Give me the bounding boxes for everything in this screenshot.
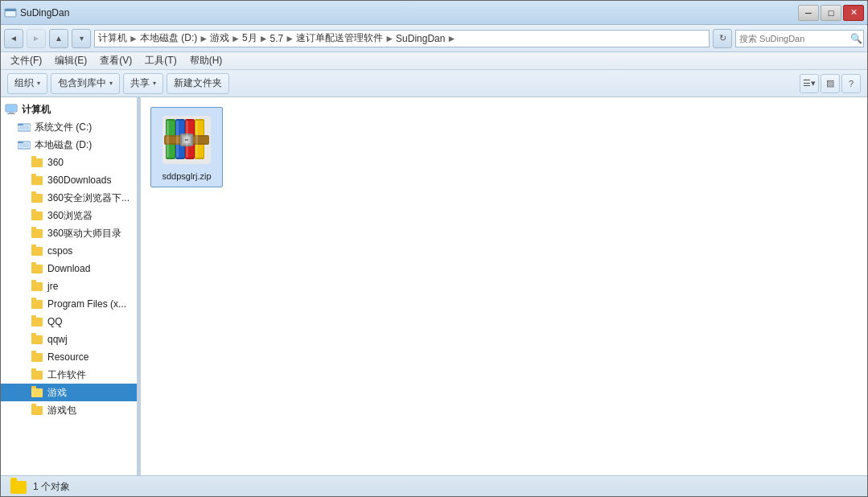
sidebar-item-computer[interactable]: 计算机 — [1, 101, 137, 118]
share-dropdown-icon: ▾ — [153, 80, 156, 87]
folder-qq-icon — [30, 314, 44, 329]
sidebar-item-worksoftware[interactable]: 工作软件 — [1, 366, 137, 384]
title-controls: ─ □ ✕ — [798, 5, 864, 21]
sidebar-item-360browser[interactable]: 360浏览器 — [1, 207, 137, 224]
address-bar: ◄ ► ▲ ▾ 计算机 ► 本地磁盘 (D:) ► 游戏 ► 5月 ► 5.7 … — [1, 25, 867, 52]
sidebar-item-jre[interactable]: jre — [1, 277, 137, 295]
title-bar-left: SuDingDan — [4, 6, 69, 19]
drive-d-label: 本地磁盘 (D:) — [35, 138, 92, 152]
search-box[interactable]: 🔍 — [735, 30, 864, 47]
help-button[interactable]: ? — [841, 74, 861, 93]
pane-toggle-button[interactable]: ▨ — [821, 74, 840, 93]
file-item-sddpsglrj[interactable]: sddpsglrj.zip — [150, 107, 223, 187]
sidebar-item-360downloads[interactable]: 360Downloads — [1, 171, 137, 189]
close-button[interactable]: ✕ — [843, 5, 864, 21]
status-count: 1 个对象 — [33, 480, 70, 494]
folder-360browser-label: 360浏览器 — [47, 209, 93, 223]
view-toggle-button[interactable]: ☰▾ — [800, 74, 819, 93]
address-breadcrumb[interactable]: 计算机 ► 本地磁盘 (D:) ► 游戏 ► 5月 ► 5.7 ► 速订单配送管… — [94, 30, 710, 47]
svg-rect-11 — [19, 143, 29, 147]
svg-rect-29 — [176, 121, 179, 158]
title-bar: SuDingDan ─ □ ✕ — [1, 1, 867, 25]
folder-download-label: Download — [47, 263, 90, 274]
svg-rect-6 — [7, 113, 15, 114]
organize-label: 组织 — [14, 76, 34, 90]
sidebar: 计算机 系统文件 (C:) — [1, 97, 138, 475]
sidebar-item-cspos[interactable]: cspos — [1, 242, 137, 260]
status-folder-icon — [10, 481, 27, 494]
include-dropdown-icon: ▾ — [109, 80, 113, 87]
folder-qqwj-icon — [30, 332, 44, 347]
toolbar: 组织 ▾ 包含到库中 ▾ 共享 ▾ 新建文件夹 ☰▾ ▨ ? — [1, 70, 867, 97]
svg-rect-1 — [6, 10, 15, 16]
sidebar-item-qqwj[interactable]: qqwj — [1, 331, 137, 348]
drive-c-icon — [17, 120, 31, 134]
sidebar-item-qq[interactable]: QQ — [1, 313, 137, 331]
breadcrumb-drive[interactable]: 本地磁盘 (D:) — [140, 31, 197, 45]
folder-programfiles-label: Program Files (x... — [47, 298, 126, 310]
sidebar-item-gamespack[interactable]: 游戏包 — [1, 401, 137, 419]
folder-gamespack-label: 游戏包 — [47, 404, 76, 417]
svg-rect-5 — [9, 112, 14, 113]
breadcrumb-games[interactable]: 游戏 — [210, 31, 229, 45]
share-button[interactable]: 共享 ▾ — [123, 73, 163, 94]
breadcrumb-computer[interactable]: 计算机 — [98, 31, 127, 45]
folder-360-icon — [30, 155, 44, 170]
recent-locations-button[interactable]: ▾ — [72, 29, 91, 48]
include-label: 包含到库中 — [58, 76, 106, 90]
up-button[interactable]: ▲ — [49, 29, 68, 48]
sidebar-item-programfiles[interactable]: Program Files (x... — [1, 295, 137, 313]
sidebar-item-drive-c[interactable]: 系统文件 (C:) — [1, 118, 137, 136]
sidebar-item-drive-d[interactable]: 本地磁盘 (D:) — [1, 136, 137, 154]
new-folder-button[interactable]: 新建文件夹 — [167, 73, 229, 94]
drive-c-label: 系统文件 (C:) — [35, 121, 92, 134]
computer-icon — [4, 102, 19, 117]
sidebar-item-games[interactable]: 游戏 — [1, 384, 137, 401]
folder-programfiles-icon — [30, 297, 44, 311]
forward-button[interactable]: ► — [27, 29, 46, 48]
folder-resource-icon — [30, 350, 44, 364]
menu-help[interactable]: 帮助(H) — [183, 52, 229, 69]
breadcrumb-date[interactable]: 5.7 — [270, 33, 284, 44]
back-button[interactable]: ◄ — [4, 29, 23, 48]
search-icon[interactable]: 🔍 — [850, 31, 862, 46]
window-icon — [4, 6, 17, 19]
menu-view[interactable]: 查看(V) — [93, 52, 138, 69]
include-library-button[interactable]: 包含到库中 ▾ — [51, 73, 120, 94]
winrar-icon — [159, 113, 214, 167]
minimize-button[interactable]: ─ — [798, 5, 819, 21]
folder-games-icon — [30, 385, 44, 400]
svg-rect-31 — [195, 121, 198, 158]
menu-tools[interactable]: 工具(T) — [138, 52, 183, 69]
sidebar-item-360browser-dl[interactable]: 360安全浏览器下... — [1, 189, 137, 207]
breadcrumb-current[interactable]: SuDingDan — [396, 33, 445, 44]
content-pane: sddpsglrj.zip — [141, 97, 867, 475]
breadcrumb-month[interactable]: 5月 — [242, 31, 257, 45]
refresh-button[interactable]: ↻ — [713, 29, 732, 48]
folder-worksoftware-icon — [30, 368, 44, 382]
folder-download-icon — [30, 261, 44, 276]
organize-button[interactable]: 组织 ▾ — [7, 73, 47, 94]
folder-360driver-label: 360驱动大师目录 — [47, 227, 121, 240]
svg-rect-2 — [5, 9, 16, 11]
status-bar: 1 个对象 — [1, 475, 867, 497]
organize-dropdown-icon: ▾ — [37, 80, 40, 87]
folder-cspos-label: cspos — [47, 245, 72, 257]
search-input[interactable] — [739, 34, 850, 43]
sidebar-item-360[interactable]: 360 — [1, 154, 137, 171]
folder-games-label: 游戏 — [47, 386, 67, 400]
menu-file[interactable]: 文件(F) — [4, 52, 48, 69]
menu-edit[interactable]: 编辑(E) — [48, 52, 93, 69]
svg-rect-4 — [6, 105, 16, 111]
sidebar-item-download[interactable]: Download — [1, 260, 137, 277]
sidebar-item-360driver[interactable]: 360驱动大师目录 — [1, 224, 137, 242]
folder-qqwj-label: qqwj — [47, 334, 68, 345]
sidebar-item-resource[interactable]: Resource — [1, 348, 137, 366]
computer-label: 计算机 — [22, 103, 51, 117]
folder-jre-label: jre — [47, 281, 58, 292]
file-label-sddpsglrj: sddpsglrj.zip — [162, 170, 211, 182]
folder-360downloads-label: 360Downloads — [47, 175, 111, 186]
window-title: SuDingDan — [20, 7, 69, 18]
breadcrumb-software[interactable]: 速订单配送管理软件 — [296, 31, 383, 45]
maximize-button[interactable]: □ — [821, 5, 841, 21]
